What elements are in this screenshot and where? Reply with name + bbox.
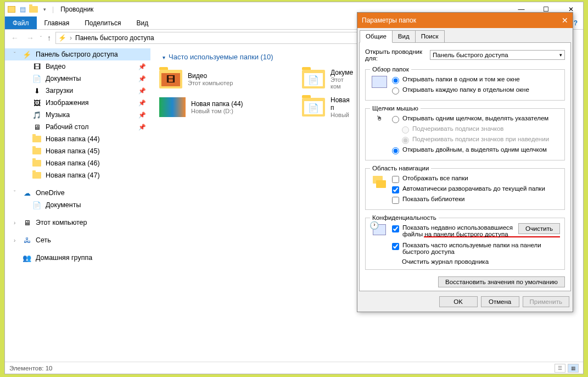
ok-button[interactable]: OK [439,296,478,307]
history-dropdown-icon[interactable]: ˇ [39,35,43,41]
check-show-all[interactable]: Отображать все папки [392,174,560,184]
check-show-libs[interactable]: Показать библиотеки [392,195,560,205]
radio-underline-hover: Подчеркивать подписи значков при наведен… [392,135,560,145]
radio-underline-always: Подчеркивать подписи значков [392,124,560,135]
clear-button[interactable]: Очистить [518,223,560,234]
sidebar-item-downloads[interactable]: ⬇Загрузки📌 [5,85,150,97]
onedrive-icon: ☁ [23,188,31,197]
open-explorer-label: Открыть проводник для: [365,48,425,62]
sidebar-item-video[interactable]: 🎞Видео📌 [5,60,150,73]
music-icon: 🎵 [32,110,41,119]
check-recent-files[interactable]: Показать недавно использовавшиеся файлы … [392,223,515,239]
browse-folders-group: Обзор папок Открывать папки в одном и то… [365,66,565,101]
sidebar-quick-access[interactable]: ˇ ⚡ Панель быстрого доступа [5,48,150,60]
restore-defaults-button[interactable]: Восстановить значения по умолчанию [438,276,565,287]
pin-icon[interactable]: 📌 [138,99,146,107]
dialog-title: Параметры папок [362,16,416,24]
folder-icon: 🎞 [159,70,182,88]
close-icon[interactable]: ✕ [562,16,568,25]
homegroup-icon: 👥 [23,253,31,262]
pin-icon[interactable]: 📌 [138,87,146,95]
sidebar-this-pc[interactable]: ›🖥Этот компьютер [5,217,150,229]
tab-view[interactable]: Вид [392,30,416,43]
dialog-buttons: OK Отмена Применить [357,292,573,312]
sidebar-item-pictures[interactable]: 🖼Изображения📌 [5,97,150,109]
folder-icon [32,159,41,168]
tab-view[interactable]: Вид [128,16,156,29]
sidebar-item-folder[interactable]: Новая папка (45) [5,145,150,157]
browse-icon [370,75,389,96]
privacy-legend: Конфиденциальность [370,214,439,221]
explorer-icon [7,5,16,14]
sidebar-item-folder[interactable]: Новая папка (44) [5,133,150,145]
view-details-icon[interactable]: ☰ [555,364,565,373]
folder-options-dialog: Параметры папок ✕ Общие Вид Поиск Открыт… [357,12,573,312]
tab-file[interactable]: Файл [5,16,37,29]
thumbnail-icon [159,97,186,117]
bolt-icon: ⚡ [23,50,31,59]
sidebar: ˇ ⚡ Панель быстрого доступа 🎞Видео📌 📄Док… [5,46,150,362]
check-frequent-folders[interactable]: Показать часто используемые папки на пан… [392,241,560,256]
view-icons-icon[interactable]: ▦ [568,364,579,373]
click-legend: Щелчки мышью [370,105,421,112]
pc-icon: 🖥 [23,218,31,227]
bolt-icon: ⚡ [58,34,66,42]
sidebar-item-folder[interactable]: Новая папка (47) [5,169,150,181]
grid-item-documents[interactable]: 📄 ДокумеЭтот ком [300,66,355,92]
pin-icon[interactable]: 📌 [138,75,146,82]
nav-pane-icon [370,174,389,205]
desktop-icon: 🖥 [32,123,41,131]
help-icon[interactable]: ? [574,19,578,27]
tab-search[interactable]: Поиск [415,30,445,43]
sidebar-item-documents[interactable]: 📄Документы📌 [5,73,150,85]
grid-item-folder[interactable]: 📄 Новая пНовый [300,94,355,120]
chevron-down-icon[interactable]: ˇ [14,52,15,58]
radio-same-window[interactable]: Открывать папки в одном и том же окне [392,75,560,85]
grid-item-video[interactable]: 🎞 ВидеоЭтот компьютер [157,66,289,92]
sidebar-item-folder[interactable]: Новая папка (46) [5,157,150,169]
qat-dropdown-icon[interactable]: ▾ [40,5,49,14]
radio-single-click[interactable]: Открывать одним щелчком, выделять указат… [392,114,560,124]
chevron-right-icon[interactable]: › [14,220,15,226]
address-path[interactable]: ⚡ › Панель быстрого доступа [55,32,388,44]
tab-share[interactable]: Поделиться [77,16,128,29]
sidebar-item-music[interactable]: 🎵Музыка📌 [5,109,150,121]
sidebar-item-documents[interactable]: 📄Документы [5,199,150,211]
grid-item-folder[interactable]: Новая папка (44)Новый том (D:) [157,94,289,120]
tab-home[interactable]: Главная [37,16,77,29]
click-items-group: Щелчки мышью 🖱 Открывать одним щелчком, … [365,105,565,160]
folder-icon [32,171,41,180]
radio-double-click[interactable]: Открывать двойным, а выделять одним щелч… [392,145,560,156]
pin-icon[interactable]: 📌 [138,112,146,119]
chevron-right-icon[interactable]: › [14,237,15,243]
new-folder-icon[interactable] [29,5,38,14]
folder-icon: 📄 [302,98,325,117]
path-quick[interactable]: Панель быстрого доступа [75,34,154,42]
chevron-down-icon: ▾ [163,54,165,60]
radio-new-window[interactable]: Открывать каждую папку в отдельном окне [392,85,560,96]
privacy-icon: 🕐 [370,223,389,265]
chevron-down-icon[interactable]: ˇ [14,190,15,196]
forward-button[interactable]: → [24,31,37,45]
pin-icon[interactable]: 📌 [138,124,146,131]
tab-general[interactable]: Общие [360,30,393,43]
up-button[interactable]: ↑ [45,34,53,42]
check-auto-expand[interactable]: Автоматически разворачивать до текущей п… [392,184,560,195]
clear-history-label: Очистить журнал проводника [392,256,560,265]
sidebar-network[interactable]: ›🖧Сеть [5,234,150,246]
dialog-tabs: Общие Вид Поиск [357,28,573,43]
dialog-titlebar[interactable]: Параметры папок ✕ [357,13,573,28]
privacy-group: Конфиденциальность 🕐 Показать недавно ис… [365,214,565,270]
folder-icon: 📄 [302,70,325,88]
apply-button: Применить [523,296,569,307]
properties-icon[interactable]: ▤ [18,5,27,14]
pin-icon[interactable]: 📌 [138,63,146,70]
open-explorer-select[interactable]: Панель быстрого доступа ▾ [430,50,565,60]
documents-icon: 📄 [32,201,41,209]
sidebar-onedrive[interactable]: ˇ☁OneDrive [5,187,150,199]
back-button[interactable]: ← [8,31,21,45]
cancel-button[interactable]: Отмена [481,296,519,307]
path-sep: › [70,34,72,42]
sidebar-homegroup[interactable]: 👥Домашняя группа [5,252,150,264]
sidebar-item-desktop[interactable]: 🖥Рабочий стол📌 [5,121,150,133]
